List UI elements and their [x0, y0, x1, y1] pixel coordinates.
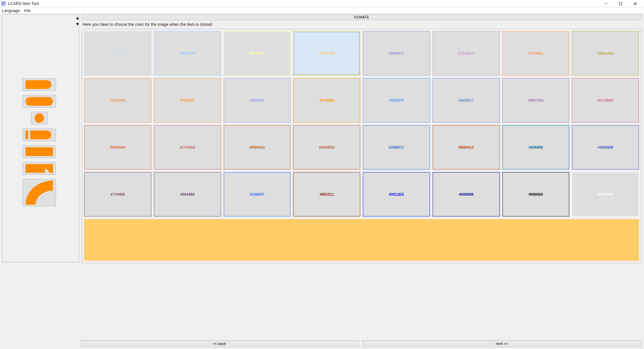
svg-point-5 [35, 113, 44, 123]
color-swatch[interactable]: #FFCC66 [293, 31, 360, 76]
color-swatch[interactable]: #CCDDEE [84, 31, 151, 76]
scroll-up-icon[interactable]: ▴ [76, 14, 79, 21]
shape-full-pill[interactable] [22, 95, 56, 108]
shape-circle[interactable] [31, 112, 48, 124]
scroll-down-icon[interactable]: ▾ [76, 21, 79, 27]
color-swatch[interactable]: #3366CC [363, 125, 430, 169]
color-swatch[interactable]: #4455BB [572, 125, 639, 169]
app-icon [1, 1, 6, 6]
preview-strip [84, 219, 639, 261]
color-swatch[interactable]: #AA5533 [293, 125, 360, 169]
color-swatch[interactable]: #DD6644 [84, 125, 151, 169]
color-swatch[interactable]: #BB4411 [433, 125, 500, 169]
shape-rect[interactable] [22, 145, 56, 158]
window-title: LCARS Item Tool [8, 1, 39, 6]
color-swatch[interactable]: #5599FF [363, 78, 430, 122]
shape-half-pill[interactable] [22, 78, 56, 91]
color-swatch[interactable]: #FF9933 [154, 78, 221, 122]
color-swatch[interactable]: #BB6622 [224, 125, 291, 169]
donate-button[interactable]: DONATE [82, 14, 641, 20]
color-grid: #CCDDEE#99CCFF#FFFF99#FFCC66#9999CC#CC99… [84, 31, 639, 216]
color-swatch[interactable]: #006699 [502, 125, 570, 169]
colors-frame: #CCDDEE#99CCFF#FFFF99#FFCC66#9999CC#CC99… [82, 29, 641, 263]
next-button[interactable]: next >> [362, 340, 641, 347]
close-button[interactable] [628, 0, 643, 7]
sidebar-scrollbar[interactable]: ▴ ▾ [76, 14, 79, 262]
color-swatch[interactable]: #3366FF [224, 172, 291, 216]
color-swatch[interactable]: #FFFFFF [572, 172, 639, 216]
footer-nav: << back next >> [80, 340, 641, 347]
svg-rect-6 [25, 131, 28, 139]
shape-rect-notch[interactable] [22, 162, 56, 175]
main-panel: DONATE Here you have to choose the color… [79, 14, 644, 349]
color-swatch[interactable]: #FFFF99 [224, 31, 291, 76]
color-swatch[interactable]: #CC6699 [572, 78, 639, 122]
menu-language[interactable]: Language [2, 8, 20, 13]
maximize-button[interactable] [613, 0, 628, 7]
color-swatch[interactable]: #000088 [433, 172, 500, 216]
color-swatch[interactable]: #FF9966 [502, 31, 570, 76]
color-swatch[interactable]: #99CCFF [154, 31, 221, 76]
color-swatch[interactable]: #774466 [84, 172, 151, 216]
instruction-text: Here you have to choose the color for th… [82, 22, 641, 27]
shape-elbow[interactable] [22, 179, 56, 206]
svg-rect-7 [25, 147, 53, 156]
color-swatch[interactable]: #BBAA55 [572, 31, 639, 76]
svg-rect-4 [25, 97, 53, 106]
svg-rect-1 [619, 2, 622, 5]
menu-info[interactable]: Info [24, 8, 31, 13]
color-swatch[interactable]: #FF9900 [293, 78, 360, 122]
menubar: Language Info [0, 7, 644, 14]
color-swatch[interactable]: #EE9955 [84, 78, 151, 122]
color-swatch[interactable]: #9999CC [363, 31, 430, 76]
color-swatch[interactable]: #6688CC [433, 78, 500, 122]
color-swatch[interactable]: #882211 [293, 172, 360, 216]
color-swatch[interactable]: #664466 [154, 172, 221, 216]
color-swatch[interactable]: #CC6666 [154, 125, 221, 169]
color-swatch[interactable]: #0011EE [363, 172, 430, 216]
color-swatch[interactable]: #9977AA [502, 78, 570, 122]
sidebar: ▴ ▾ [2, 14, 79, 262]
color-swatch[interactable]: #9999FF [224, 78, 291, 122]
color-swatch[interactable]: #000000 [502, 172, 570, 216]
titlebar: LCARS Item Tool [0, 0, 644, 7]
back-button[interactable]: << back [80, 340, 359, 347]
minimize-button[interactable] [598, 0, 613, 7]
color-swatch[interactable]: #CC99CC [433, 31, 500, 76]
shape-tab-pill[interactable] [22, 129, 56, 141]
